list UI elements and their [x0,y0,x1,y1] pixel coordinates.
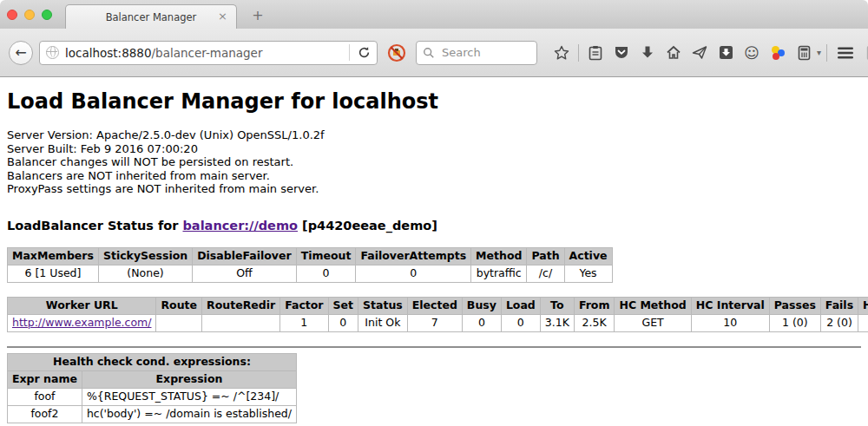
info-line: ProxyPass settings are NOT inherited fro… [7,182,861,196]
hamburger-menu-icon [837,46,854,60]
column-header: HC Interval [691,297,769,314]
table-cell: 10 [691,314,769,331]
table-cell: foof2 [8,405,82,423]
reload-icon [358,46,371,59]
balancer-status-table: MaxMembersStickySessionDisableFailoverTi… [7,247,613,283]
column-header: FailoverAttempts [356,247,471,265]
bookmark-star-button[interactable] [554,45,569,61]
column-header: Set [328,297,358,314]
table-cell: hc('body') =~ /domain is established/ [82,405,296,423]
page-title: Load Balancer Manager for localhost [7,89,861,114]
reload-button[interactable] [349,44,371,61]
send-tab-button[interactable] [692,45,707,60]
window-minimize-button[interactable] [24,10,35,20]
titlebar: Balancer Manager × + [0,0,868,29]
back-button[interactable]: ← [9,41,33,65]
table-cell: bytraffic [471,265,527,282]
table-cell [202,314,280,331]
search-bar[interactable] [416,41,537,65]
info-line: Balancers are NOT inherited from main se… [7,169,861,183]
health-table-title-row: Health check cond. expressions: [8,353,297,370]
plugin-blocked-button[interactable] [387,43,406,62]
table-cell: 6 [1 Used] [8,265,99,282]
table-cell: Off [193,265,296,282]
table-cell: 0 [328,314,358,331]
column-header: Method [471,247,527,265]
balancer-demo-link[interactable]: balancer://demo [182,219,298,233]
table-cell: 0 [296,265,356,282]
new-tab-button[interactable]: + [247,7,269,26]
table-cell: 0 [356,265,471,282]
home-button[interactable] [666,45,681,60]
table-cell: %{REQUEST_STATUS} =~ /^[234]/ [82,388,296,405]
toolbar-icons: ☺ ▾ [549,44,868,62]
url-host: localhost:8880 [65,46,152,60]
worker-status-table: Worker URLRouteRouteRedirFactorSetStatus… [7,297,868,332]
tab-title: Balancer Manager [106,11,197,23]
column-header: From [574,297,615,314]
info-line: Server Built: Feb 9 2016 07:00:20 [7,142,861,156]
tab-close-icon[interactable]: × [218,10,227,23]
column-header: Passes [769,297,820,314]
save-page-button[interactable] [718,45,733,60]
table-cell: 2 (0) [820,314,858,331]
reading-list-icon [589,45,602,61]
info-line: Server Version: Apache/2.5.0-dev (Unix) … [7,128,861,142]
globe-icon [46,46,59,59]
health-check-table: Health check cond. expressions: Expr nam… [7,353,297,423]
column-header: HC uri [858,297,868,314]
url-bar[interactable]: localhost:8880/balancer-manager [39,41,378,65]
pocket-button[interactable] [614,45,629,60]
feedback-smiley-button[interactable]: ☺ [744,45,760,61]
toolbar-separator [578,44,579,62]
column-header: Worker URL [8,297,156,314]
reading-list-button[interactable] [588,45,603,61]
feedback-smiley-icon: ☺ [744,45,760,61]
table-row: 6 [1 Used](None)Off00bytraffic/c/Yes [8,265,613,282]
search-input[interactable] [440,45,530,60]
browser-window: Balancer Manager × + ← localhost:8880/ba… [0,0,868,426]
extension-dots-icon [770,45,786,61]
save-page-icon [719,45,733,60]
menu-button[interactable] [836,46,855,60]
table-cell: http://www.example.com/ [8,314,156,331]
column-header: Expression [82,370,296,388]
table-cell: 2.5K [574,314,615,331]
url-text: localhost:8880/balancer-manager [65,46,344,60]
table-cell: (None) [98,265,192,282]
column-header: MaxMembers [8,247,99,265]
table-cell: 1 (0) [769,314,820,331]
window-close-button[interactable] [7,10,17,20]
table-cell [156,314,202,331]
table-cell: foof [8,388,82,405]
section-divider [7,346,861,348]
downloads-button[interactable] [640,45,655,60]
page-content: Load Balancer Manager for localhost Serv… [0,89,868,426]
extension-dots-button[interactable] [770,45,786,61]
send-tab-icon [692,45,707,60]
column-header: Busy [462,297,501,314]
navigation-toolbar: ← localhost:8880/balancer-manager [0,29,868,77]
table-row: http://www.example.com/10Init Ok7003.1K2… [8,314,868,331]
pocket-icon [614,45,629,60]
table-cell: Init Ok [358,314,408,331]
column-header: Route [156,297,202,314]
header-row: Expr nameExpression [8,370,297,388]
url-path: /balancer-manager [152,46,263,60]
table-cell: 0 [462,314,501,331]
worker-url-link[interactable]: http://www.example.com/ [12,316,151,329]
window-controls [7,10,52,20]
container-button[interactable] [796,45,812,61]
table-cell: 0 [501,314,540,331]
bookmark-star-icon [554,45,569,61]
status-heading-prefix: LoadBalancer Status for [7,219,182,233]
column-header: StickySession [98,247,192,265]
status-heading-suffix: [p4420eeae_demo] [298,219,437,233]
column-header: Factor [280,297,328,314]
table-cell: Yes [564,265,612,282]
table-cell: 7 [407,314,462,331]
tab-balancer-manager[interactable]: Balancer Manager × [65,4,237,29]
window-zoom-button[interactable] [42,10,52,20]
column-header: To [540,297,574,314]
container-dropdown-caret-icon[interactable]: ▾ [817,48,821,57]
